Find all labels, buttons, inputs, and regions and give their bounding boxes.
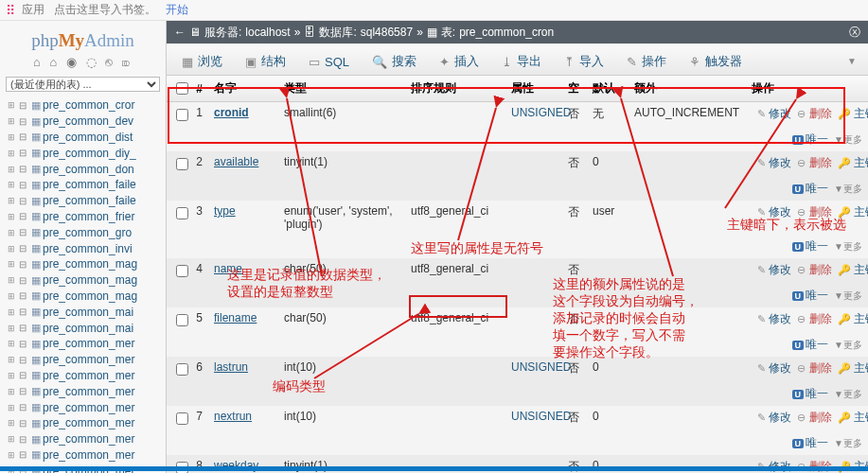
- expand-icon[interactable]: ⊞: [6, 371, 17, 380]
- tree-item[interactable]: ⊞⊟▦pre_common_mer: [6, 399, 166, 415]
- primary-key-button[interactable]: 🔑 主键: [838, 312, 868, 325]
- edit-button[interactable]: ✎ 修改: [757, 263, 791, 276]
- start-link[interactable]: 开始: [166, 2, 188, 18]
- sidebar-quick-icons[interactable]: ⌂ ⌂ ◉ ◌ ⎋ ⎄: [0, 55, 166, 75]
- edit-button[interactable]: ✎ 修改: [757, 107, 791, 120]
- expand-icon[interactable]: ⊞: [6, 450, 17, 460]
- expand-icon[interactable]: ⊞: [6, 307, 17, 317]
- tree-item[interactable]: ⊞⊟▦pre_common_mer: [6, 368, 166, 384]
- row-checkbox[interactable]: [176, 158, 188, 170]
- expand-icon[interactable]: ⊞: [6, 244, 17, 254]
- primary-key-button[interactable]: 🔑 主键: [838, 411, 868, 424]
- unique-button[interactable]: U唯一: [792, 338, 829, 351]
- th-extra[interactable]: 额外: [629, 76, 746, 102]
- collapse-icon[interactable]: ⓧ: [849, 25, 860, 41]
- row-checkbox[interactable]: [176, 207, 188, 219]
- tree-item[interactable]: ⊞⊟▦pre_common_faile: [6, 177, 166, 193]
- more-toggle[interactable]: ▼更多: [834, 290, 862, 301]
- drop-button[interactable]: ⊖ 删除: [797, 361, 831, 375]
- bc-db[interactable]: sql486587: [361, 26, 413, 39]
- expand-icon[interactable]: ⊞: [6, 100, 17, 110]
- more-toggle[interactable]: ▼更多: [834, 134, 862, 145]
- tab-触发器[interactable]: ⚘触发器: [680, 47, 752, 75]
- row-checkbox[interactable]: [176, 109, 188, 121]
- primary-key-button[interactable]: 🔑 主键: [838, 263, 868, 276]
- field-name[interactable]: type: [214, 204, 236, 218]
- expand-icon[interactable]: ⊞: [6, 434, 17, 444]
- drop-button[interactable]: ⊖ 删除: [797, 411, 831, 424]
- row-checkbox[interactable]: [176, 363, 188, 376]
- field-name[interactable]: filename: [214, 311, 257, 324]
- unique-button[interactable]: U唯一: [792, 239, 829, 253]
- row-checkbox[interactable]: [176, 265, 188, 277]
- field-name[interactable]: cronid: [214, 106, 249, 119]
- th-null[interactable]: 空: [562, 76, 587, 102]
- tab-浏览[interactable]: ▦浏览: [172, 47, 232, 75]
- tree-item[interactable]: ⊞⊟▦pre_common_dev: [6, 114, 166, 130]
- phpmyadmin-logo[interactable]: phpMyAdmin: [0, 21, 166, 55]
- primary-key-button[interactable]: 🔑 主键: [838, 156, 868, 169]
- unique-button[interactable]: U唯一: [792, 289, 829, 302]
- th-default[interactable]: 默认: [587, 76, 629, 102]
- unique-button[interactable]: U唯一: [792, 132, 829, 146]
- tree-item[interactable]: ⊞⊟▦pre_common_cror: [6, 97, 166, 114]
- expand-icon[interactable]: ⊞: [6, 132, 17, 142]
- tree-item[interactable]: ⊞⊟▦pre_common_mag: [6, 272, 166, 289]
- tab-导入[interactable]: ⤒导入: [555, 47, 613, 75]
- tab-搜索[interactable]: 🔍搜索: [363, 47, 426, 75]
- db-tree[interactable]: ⊞⊟▦pre_common_cror⊞⊟▦pre_common_dev⊞⊟▦pr…: [0, 97, 166, 473]
- edit-button[interactable]: ✎ 修改: [757, 205, 791, 219]
- tree-item[interactable]: ⊞⊟▦pre_common_mai: [6, 304, 166, 320]
- expand-icon[interactable]: ⊞: [6, 228, 17, 237]
- tree-item[interactable]: ⊞⊟▦pre_common_frier: [6, 209, 166, 225]
- expand-icon[interactable]: ⊞: [6, 116, 17, 126]
- expand-icon[interactable]: ⊞: [6, 212, 17, 221]
- more-toggle[interactable]: ▼更多: [834, 389, 862, 399]
- expand-icon[interactable]: ⊞: [6, 259, 17, 269]
- recent-tables-select[interactable]: (最近使用的表) ...: [6, 77, 160, 92]
- expand-icon[interactable]: ⊞: [6, 275, 17, 285]
- expand-icon[interactable]: ⊞: [6, 149, 17, 158]
- tab-操作[interactable]: ✎操作: [617, 47, 676, 75]
- tree-item[interactable]: ⊞⊟▦pre_common_invi: [6, 240, 166, 256]
- expand-icon[interactable]: ⊞: [6, 339, 17, 348]
- edit-button[interactable]: ✎ 修改: [757, 312, 791, 325]
- tab-SQL[interactable]: ▭SQL: [299, 47, 359, 75]
- field-name[interactable]: lastrun: [214, 360, 248, 374]
- more-toggle[interactable]: ▼更多: [834, 241, 862, 252]
- apps-link[interactable]: 应用: [22, 2, 44, 18]
- primary-key-button[interactable]: 🔑 主键: [838, 361, 868, 375]
- drop-button[interactable]: ⊖ 删除: [797, 107, 831, 120]
- th-attr[interactable]: 属性: [505, 76, 562, 102]
- tree-item[interactable]: ⊞⊟▦pre_common_mai: [6, 320, 166, 336]
- more-toggle[interactable]: ▼更多: [834, 438, 862, 448]
- more-toggle[interactable]: ▼更多: [834, 184, 862, 194]
- expand-icon[interactable]: ⊞: [6, 355, 17, 364]
- th-collation[interactable]: 排序规则: [405, 76, 505, 102]
- tree-item[interactable]: ⊞⊟▦pre_common_mag: [6, 256, 166, 272]
- field-name[interactable]: available: [214, 155, 258, 168]
- leftarrow-icon[interactable]: ←: [174, 26, 186, 39]
- unique-button[interactable]: U唯一: [792, 387, 829, 400]
- row-checkbox[interactable]: [176, 314, 188, 326]
- tree-item[interactable]: ⊞⊟▦pre_common_don: [6, 161, 166, 177]
- primary-key-button[interactable]: 🔑 主键: [838, 205, 868, 219]
- expand-icon[interactable]: ⊞: [6, 403, 17, 412]
- recent-tables-dropdown[interactable]: (最近使用的表) ...: [6, 77, 160, 92]
- check-all[interactable]: [176, 82, 188, 95]
- tree-item[interactable]: ⊞⊟▦pre_common_mer: [6, 447, 166, 464]
- tab-overflow-icon[interactable]: ▼: [847, 56, 862, 66]
- drop-button[interactable]: ⊖ 删除: [797, 263, 831, 276]
- tree-item[interactable]: ⊞⊟▦pre_common_gro: [6, 224, 166, 240]
- more-toggle[interactable]: ▼更多: [834, 340, 862, 350]
- tree-item[interactable]: ⊞⊟▦pre_common_mag: [6, 289, 166, 305]
- unique-button[interactable]: U唯一: [792, 436, 829, 449]
- edit-button[interactable]: ✎ 修改: [757, 361, 791, 375]
- expand-icon[interactable]: ⊞: [6, 387, 17, 396]
- expand-icon[interactable]: ⊞: [6, 180, 17, 189]
- tab-导出[interactable]: ⤓导出: [492, 47, 551, 75]
- row-checkbox[interactable]: [176, 412, 188, 425]
- unique-button[interactable]: U唯一: [792, 182, 829, 195]
- drop-button[interactable]: ⊖ 删除: [797, 312, 831, 325]
- expand-icon[interactable]: ⊞: [6, 418, 17, 428]
